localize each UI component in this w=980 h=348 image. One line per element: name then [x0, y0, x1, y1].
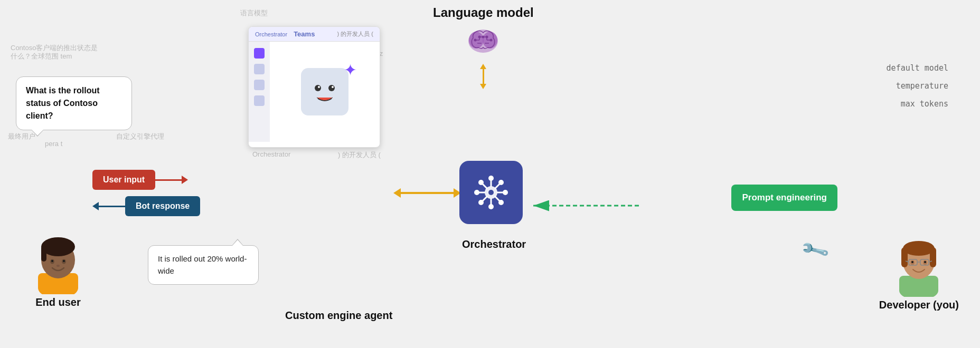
- arrow-line: [155, 179, 182, 181]
- brain-icon: [465, 25, 502, 60]
- svg-rect-55: [901, 247, 908, 267]
- developer-section: Developer (you): [879, 228, 959, 311]
- svg-point-60: [924, 261, 926, 263]
- arrowhead-left: [92, 202, 99, 210]
- svg-point-14: [478, 36, 481, 38]
- teams-nav-2[interactable]: [254, 80, 265, 90]
- yellow-double-arrow: [393, 188, 461, 198]
- svg-point-30: [332, 86, 334, 88]
- response-speech-bubble: It is rolled out 20% world-wide: [148, 245, 259, 285]
- bg-text-language-model-cn: 语言模型: [240, 8, 268, 18]
- svg-point-32: [488, 190, 494, 195]
- bot-face-svg: [306, 73, 343, 110]
- arrowhead: [182, 176, 188, 184]
- teams-body: ✦: [249, 42, 380, 142]
- teams-sidebar: [249, 42, 270, 142]
- orchestrator-icon: [470, 171, 512, 214]
- svg-point-29: [318, 86, 320, 88]
- prompt-engineering-button[interactable]: Prompt engineering: [731, 185, 837, 211]
- response-text: It is rolled out 20% world-wide: [158, 254, 247, 275]
- end-user-label: End user: [35, 296, 81, 308]
- wrench-icon: 🔧: [799, 235, 831, 266]
- teams-main: ✦: [270, 42, 380, 142]
- svg-point-48: [478, 200, 484, 205]
- svg-rect-20: [41, 246, 46, 262]
- bot-response-left-arrow: [92, 202, 125, 210]
- orchestrator-label: Orchestrator: [462, 238, 520, 250]
- teams-nav-active[interactable]: [254, 48, 265, 59]
- svg-point-45: [478, 180, 484, 185]
- bg-text-custom-engine-cn: 自定义引擎代理: [116, 132, 164, 141]
- teams-window: Orchestrator Teams ) 的开发人员 (: [248, 26, 380, 148]
- svg-point-23: [51, 260, 53, 262]
- language-model-section: Language model: [433, 5, 534, 91]
- bot-face: ✦: [301, 68, 348, 115]
- svg-point-59: [911, 261, 913, 263]
- user-input-button[interactable]: User input: [92, 170, 155, 190]
- bubble-fill-top: [232, 240, 243, 246]
- arrow-shaft: [483, 69, 484, 84]
- chat-question-text: What is the rollout status of Contoso cl…: [26, 86, 100, 120]
- user-input-label: User input: [103, 175, 145, 185]
- svg-point-15: [486, 36, 488, 38]
- param-default-model: default model: [887, 63, 948, 73]
- teams-label: Teams: [294, 30, 315, 38]
- bg-text-developer-cn: ) 的开发人员 (: [338, 150, 381, 160]
- svg-point-13: [482, 36, 485, 38]
- bg-text-orchestrator-cn: Orchestrator: [252, 150, 290, 158]
- custom-engine-agent-label: Custom engine agent: [285, 310, 392, 322]
- orchestrator-box: [459, 161, 523, 224]
- arrow-line-left: [99, 206, 125, 207]
- vertical-arrows: [480, 64, 486, 89]
- svg-point-11: [474, 39, 477, 42]
- param-max-tokens: max tokens: [887, 99, 948, 109]
- bot-response-label: Bot response: [136, 201, 190, 211]
- prompt-engineering-section: Prompt engineering: [731, 185, 837, 211]
- teams-developer-label: ) 的开发人员 (: [337, 30, 373, 38]
- bg-text-global-range: 什么？全球范围 tem: [11, 52, 72, 61]
- developer-label: Developer (you): [879, 299, 959, 311]
- svg-point-24: [63, 260, 65, 262]
- user-input-arrow-row: User input: [92, 170, 188, 190]
- param-temperature: temperature: [887, 81, 948, 91]
- sparkle-icon: ✦: [344, 61, 357, 79]
- language-model-title: Language model: [433, 5, 534, 20]
- yellow-left-head: [393, 188, 401, 198]
- end-user-section: End user: [29, 226, 87, 308]
- bot-response-arrow-row: Bot response: [92, 196, 200, 216]
- diagram-scene: 语言模型 Contoso客户端的推出状态是 什么？全球范围 tem 用户输入 机…: [0, 0, 980, 348]
- svg-point-46: [498, 200, 504, 205]
- svg-point-47: [498, 180, 504, 185]
- end-user-avatar: [29, 226, 87, 294]
- arrow-up: [480, 64, 486, 69]
- svg-point-27: [315, 85, 321, 91]
- prompt-engineering-label: Prompt engineering: [742, 192, 827, 202]
- teams-nav-3[interactable]: [254, 95, 265, 106]
- svg-rect-26: [309, 76, 341, 108]
- svg-point-42: [488, 204, 494, 209]
- svg-point-41: [488, 176, 494, 181]
- svg-point-44: [503, 190, 508, 195]
- bot-response-button[interactable]: Bot response: [125, 196, 200, 216]
- user-input-right-arrow: [155, 176, 188, 184]
- teams-nav-1[interactable]: [254, 64, 265, 74]
- model-params-section: default model temperature max tokens: [887, 63, 948, 109]
- bubble-fill-arrow: [32, 130, 43, 136]
- green-dashed-arrow-svg: [528, 195, 644, 216]
- svg-point-28: [328, 85, 335, 91]
- svg-point-12: [490, 39, 493, 42]
- teams-orchestrator-label: Orchestrator: [255, 31, 287, 37]
- arrow-down: [480, 84, 486, 89]
- teams-header: Orchestrator Teams ) 的开发人员 (: [249, 27, 380, 42]
- svg-point-43: [474, 190, 479, 195]
- developer-avatar: [890, 228, 948, 297]
- chat-question-bubble: What is the rollout status of Contoso cl…: [16, 76, 132, 130]
- bg-text-pera: pera t: [45, 140, 62, 148]
- svg-rect-56: [930, 247, 936, 267]
- svg-point-25: [56, 265, 60, 267]
- yellow-line: [401, 192, 454, 194]
